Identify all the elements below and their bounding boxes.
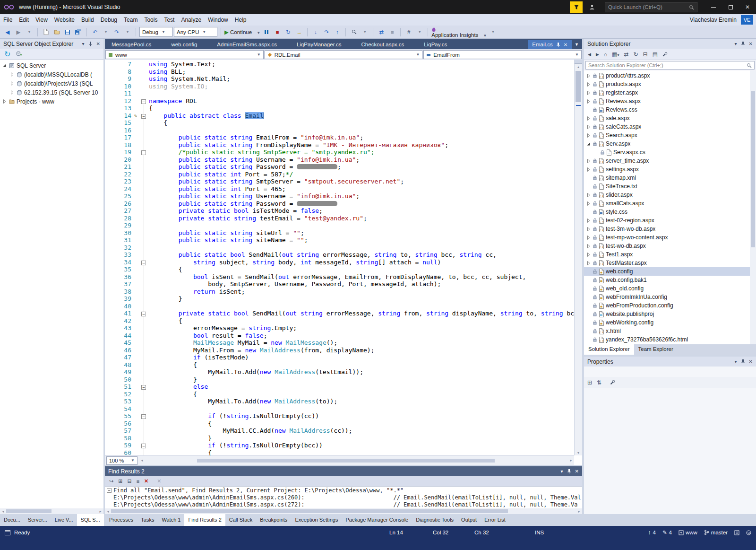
chevron-collapsed-icon[interactable] bbox=[586, 167, 591, 172]
chevron-collapsed-icon[interactable] bbox=[586, 74, 591, 78]
go-to-location-icon[interactable]: ↪ bbox=[109, 478, 113, 484]
quick-launch-box[interactable] bbox=[605, 2, 697, 12]
code-line-55[interactable]: 55− if (!string.IsNullOrEmpty(cc)) bbox=[105, 412, 574, 420]
chevron-collapsed-icon[interactable] bbox=[586, 218, 591, 223]
code-line-28[interactable]: 28 private static string testEmail = "te… bbox=[105, 215, 574, 222]
code-line-8[interactable]: 8using BLL; bbox=[105, 68, 574, 76]
panel-tab-exception-settings[interactable]: Exception Settings bbox=[291, 514, 342, 526]
navigate-back-icon[interactable]: ◀ bbox=[3, 27, 12, 37]
document-tab-liqpay-cs[interactable]: LiqPay.cs bbox=[420, 40, 451, 49]
chevron-collapsed-icon[interactable] bbox=[9, 81, 15, 86]
indicator-margin[interactable] bbox=[105, 222, 113, 229]
document-tab-liqpaymanager-cs[interactable]: LiqPayManager.cs bbox=[292, 40, 346, 49]
pin-icon[interactable] bbox=[741, 41, 745, 46]
indicator-margin[interactable] bbox=[105, 171, 113, 178]
split-grip[interactable] bbox=[575, 60, 582, 64]
chevron-collapsed-icon[interactable] bbox=[586, 133, 591, 138]
find-result-line[interactable]: E:\Projects\Odessa\www\admin\AdminEmailS… bbox=[105, 501, 582, 508]
code-line-12[interactable]: 12−namespace RDL bbox=[105, 97, 574, 105]
code-line-22[interactable]: 22 public static int Port = 587;*/ bbox=[105, 171, 574, 178]
indicator-margin[interactable] bbox=[105, 361, 113, 369]
outlining-margin[interactable]: − bbox=[140, 383, 147, 391]
misc-dropdown-icon[interactable]: ▾ bbox=[415, 27, 424, 37]
close-icon[interactable]: ✕ bbox=[564, 42, 567, 47]
navigate-forward-icon[interactable]: ▶ bbox=[14, 27, 23, 37]
list-icon[interactable]: ≡ bbox=[387, 27, 397, 37]
repository-button[interactable]: www bbox=[679, 530, 697, 535]
tree-item-style-css[interactable]: style.css bbox=[584, 208, 750, 216]
code-line-53[interactable]: 53 MyMail.To.Add(new MailAddress(to)); bbox=[105, 398, 574, 405]
panel-tab-breakpoints[interactable]: Breakpoints bbox=[256, 514, 291, 526]
panel-tab-tasks[interactable]: Tasks bbox=[137, 514, 158, 526]
panel-tab-package-manager-console[interactable]: Package Manager Console bbox=[342, 514, 412, 526]
forward-icon[interactable]: ▶ bbox=[596, 52, 599, 57]
pin-icon[interactable] bbox=[567, 469, 571, 474]
undo-icon[interactable]: ↶ bbox=[90, 27, 100, 37]
horizontal-scrollbar[interactable] bbox=[145, 457, 568, 464]
branch-button[interactable]: master bbox=[704, 530, 728, 535]
list-view-icon[interactable]: ≡ bbox=[137, 479, 139, 484]
code-line-13[interactable]: 13{ bbox=[105, 105, 574, 112]
indicator-margin[interactable] bbox=[105, 412, 113, 420]
tree-item-reviews-aspx[interactable]: Reviews.aspx bbox=[584, 97, 750, 105]
tree-item-register-aspx[interactable]: register.aspx bbox=[584, 88, 750, 97]
code-line-19[interactable]: 19− /*public static string SmtpServer = … bbox=[105, 148, 574, 156]
home-icon[interactable]: ⌂ bbox=[604, 51, 607, 58]
code-line-16[interactable]: 16 bbox=[105, 127, 574, 134]
tab-team-explorer[interactable]: Team Explorer bbox=[634, 344, 678, 355]
indicator-margin[interactable] bbox=[105, 427, 113, 435]
panel-tab-find-results-2[interactable]: Find Results 2 bbox=[184, 514, 225, 526]
indicator-margin[interactable] bbox=[105, 127, 113, 134]
type-dropdown[interactable]: RDL.Email▼ bbox=[265, 50, 423, 59]
tree-item-web-config[interactable]: web.config bbox=[584, 267, 750, 276]
tree-item-projects-www[interactable]: Projects - www bbox=[0, 97, 103, 106]
panel-header[interactable]: SQL Server Object Explorer ▾ ✕ bbox=[0, 39, 103, 49]
tree-item-products-aspx[interactable]: products.aspx bbox=[584, 80, 750, 88]
tree-item-salecats-aspx[interactable]: saleCats.aspx bbox=[584, 122, 750, 131]
property-pages-icon[interactable] bbox=[610, 380, 615, 385]
editor-vertical-scrollbar[interactable]: ▴ ▾ bbox=[574, 60, 582, 455]
find-result-line[interactable]: E:\Projects\Odessa\www\admin\AdminEmailS… bbox=[105, 494, 582, 501]
panel-tab-docu[interactable]: Docu... bbox=[0, 514, 24, 526]
window-position-icon[interactable]: ▾ bbox=[735, 41, 737, 46]
tree-item-62-152-39-15-sql-server-10[interactable]: 62.152.39.15 (SQL Server 10 bbox=[0, 88, 103, 97]
chevron-collapsed-icon[interactable] bbox=[9, 90, 15, 95]
tree-item-search-aspx[interactable]: Search.aspx bbox=[584, 131, 750, 140]
chevron-collapsed-icon[interactable] bbox=[586, 236, 591, 240]
indicator-margin[interactable] bbox=[105, 105, 113, 112]
menu-tools[interactable]: Tools bbox=[141, 15, 161, 25]
chevron-collapsed-icon[interactable] bbox=[586, 116, 591, 121]
chevron-collapsed-icon[interactable] bbox=[586, 244, 591, 248]
indicator-margin[interactable] bbox=[105, 163, 113, 171]
document-tab-web-config[interactable]: web.config bbox=[167, 40, 201, 49]
tree-item-sitetrace-txt[interactable]: SiteTrace.txt bbox=[584, 182, 750, 191]
redo-dropdown-icon[interactable]: ▾ bbox=[123, 27, 132, 37]
step-out-icon[interactable]: ↑ bbox=[333, 27, 342, 37]
tree-item-web-config-bak1[interactable]: web.config.bak1 bbox=[584, 276, 750, 284]
add-sql-server-icon[interactable] bbox=[16, 51, 22, 57]
vertical-scrollbar[interactable] bbox=[750, 70, 756, 344]
back-icon[interactable]: ◀ bbox=[588, 52, 591, 57]
code-line-44[interactable]: 44 bool result = false; bbox=[105, 332, 574, 340]
indicator-margin[interactable] bbox=[105, 273, 113, 281]
tree-item-testmaster-aspx[interactable]: TestMaster.aspx bbox=[584, 259, 750, 267]
solution-configuration-select[interactable]: Debug▼ bbox=[139, 27, 172, 37]
code-line-32[interactable]: 32 bbox=[105, 244, 574, 252]
scope-view-icon[interactable]: ▦▾ bbox=[612, 51, 619, 58]
notifications-icon[interactable] bbox=[570, 1, 583, 13]
indicator-margin[interactable] bbox=[105, 442, 113, 449]
stop-icon[interactable]: ■ bbox=[273, 27, 282, 37]
tree-item-webworking-config[interactable]: webWorking.config bbox=[584, 318, 750, 327]
menu-test[interactable]: Test bbox=[161, 15, 178, 25]
pin-icon[interactable] bbox=[88, 41, 93, 46]
chevron-collapsed-icon[interactable] bbox=[586, 82, 591, 87]
expand-all-icon[interactable]: ⊞ bbox=[118, 478, 122, 484]
tree-item-sitemap-xml[interactable]: sitemap.xml bbox=[584, 174, 750, 182]
indicator-margin[interactable] bbox=[105, 280, 113, 288]
code-line-10[interactable]: 10using System.IO; bbox=[105, 83, 574, 90]
properties-icon[interactable] bbox=[662, 52, 668, 57]
alphabetical-icon[interactable]: ⇅ bbox=[597, 379, 601, 386]
application-insights-button[interactable]: Application Insights ▼ bbox=[431, 26, 487, 38]
indicator-margin[interactable] bbox=[105, 244, 113, 252]
indicator-margin[interactable] bbox=[105, 332, 113, 340]
